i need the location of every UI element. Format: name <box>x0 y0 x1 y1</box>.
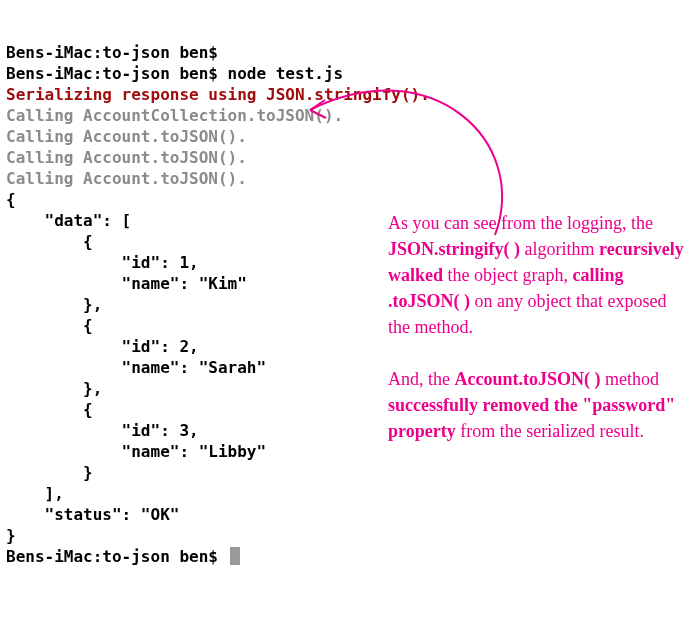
stdout-line: Calling Account.toJSON(). <box>6 127 247 146</box>
shell-prompt: Bens-iMac:to-json ben$ <box>6 64 228 83</box>
stdout-line: Calling Account.toJSON(). <box>6 148 247 167</box>
terminal-cursor <box>230 547 240 565</box>
stdout-json: { "data": [ { "id": 1, "name": "Kim" }, … <box>6 190 266 545</box>
terminal-window: Bens-iMac:to-json ben$ Bens-iMac:to-json… <box>0 0 700 623</box>
shell-command: node test.js <box>228 64 344 83</box>
annotation-text: JSON.stringify( ) <box>388 239 520 259</box>
stdout-line: Calling AccountCollection.toJSON(). <box>6 106 343 125</box>
annotation-text: Account.toJSON( ) <box>455 369 601 389</box>
annotation-text: As you can see from the logging, the <box>388 213 653 233</box>
annotation-text: algorithm <box>520 239 599 259</box>
annotation-text: the object graph, <box>443 265 572 285</box>
stdout-line: Calling Account.toJSON(). <box>6 169 247 188</box>
annotation-note: As you can see from the logging, the JSO… <box>388 210 688 470</box>
annotation-text: from the serialized result. <box>456 421 644 441</box>
stdout-line: . <box>420 85 430 104</box>
stdout-line: Serializing response using <box>6 85 266 104</box>
annotation-text: method <box>601 369 660 389</box>
stdout-bold: JSON.stringify() <box>266 85 420 104</box>
shell-prompt: Bens-iMac:to-json ben$ <box>6 547 228 566</box>
shell-prompt: Bens-iMac:to-json ben$ <box>6 43 228 62</box>
annotation-text: And, the <box>388 369 455 389</box>
